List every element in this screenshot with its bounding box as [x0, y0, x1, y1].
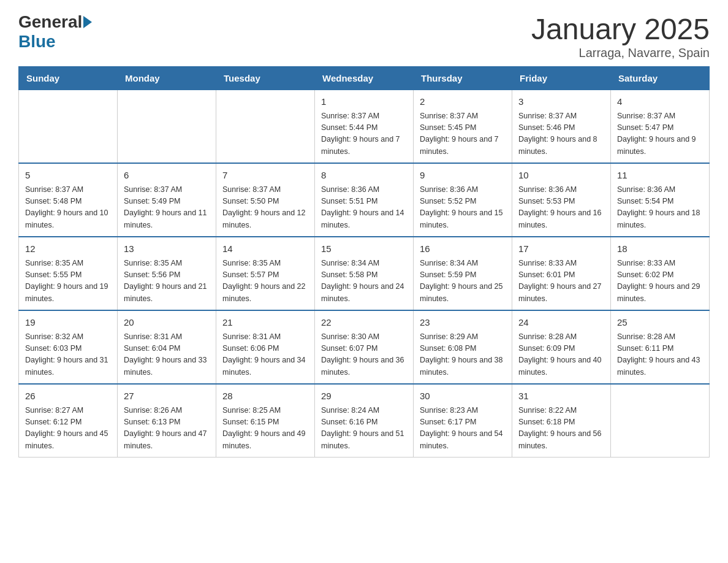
day-info: Sunrise: 8:35 AMSunset: 5:56 PMDaylight:…: [124, 258, 210, 305]
day-info-line: Sunset: 6:18 PM: [518, 418, 575, 426]
day-info-line: Daylight: 9 hours and 38 minutes.: [420, 356, 503, 376]
day-info-line: Daylight: 9 hours and 22 minutes.: [222, 282, 306, 302]
day-info-line: Sunset: 5:54 PM: [617, 197, 673, 205]
day-info-line: Daylight: 9 hours and 21 minutes.: [124, 282, 207, 302]
calendar-cell: 5Sunrise: 8:37 AMSunset: 5:48 PMDaylight…: [19, 163, 118, 237]
calendar-week-row: 5Sunrise: 8:37 AMSunset: 5:48 PMDaylight…: [19, 163, 710, 237]
day-number: 9: [420, 169, 506, 183]
day-info: Sunrise: 8:32 AMSunset: 6:03 PMDaylight:…: [25, 331, 111, 379]
calendar-cell: 31Sunrise: 8:22 AMSunset: 6:18 PMDayligh…: [512, 384, 611, 458]
day-info-line: Sunset: 5:49 PM: [124, 197, 180, 205]
day-info-line: Daylight: 9 hours and 51 minutes.: [321, 429, 404, 450]
day-info-line: Sunset: 6:17 PM: [420, 418, 476, 426]
day-info-line: Sunrise: 8:29 AM: [420, 332, 478, 341]
day-info-line: Daylight: 9 hours and 54 minutes.: [420, 429, 503, 450]
day-info-line: Sunrise: 8:37 AM: [420, 112, 478, 120]
day-number: 21: [222, 316, 308, 330]
logo: General Blue: [18, 12, 93, 52]
calendar-cell: 20Sunrise: 8:31 AMSunset: 6:04 PMDayligh…: [118, 310, 216, 384]
day-number: 30: [420, 389, 506, 404]
day-info-line: Sunrise: 8:37 AM: [518, 112, 577, 120]
month-title: January 2025: [531, 12, 710, 46]
day-number: 17: [518, 242, 604, 256]
day-number: 11: [617, 169, 703, 183]
day-info: Sunrise: 8:28 AMSunset: 6:09 PMDaylight:…: [518, 331, 604, 379]
calendar-cell: 8Sunrise: 8:36 AMSunset: 5:51 PMDaylight…: [315, 163, 414, 237]
page-header: General Blue January 2025 Larraga, Navar…: [18, 12, 710, 60]
day-info-line: Daylight: 9 hours and 8 minutes.: [518, 135, 597, 155]
day-number: 8: [321, 169, 407, 183]
calendar-cell: 29Sunrise: 8:24 AMSunset: 6:16 PMDayligh…: [315, 384, 414, 458]
day-number: 20: [124, 316, 210, 330]
day-number: 4: [617, 95, 703, 109]
calendar-cell: [611, 384, 710, 458]
day-number: 3: [518, 95, 604, 109]
day-info-line: Sunset: 5:48 PM: [25, 197, 82, 205]
day-info-line: Sunset: 5:57 PM: [222, 270, 279, 279]
day-info-line: Sunset: 6:02 PM: [617, 270, 673, 279]
day-info-line: Daylight: 9 hours and 25 minutes.: [420, 282, 503, 302]
calendar-cell: 14Sunrise: 8:35 AMSunset: 5:57 PMDayligh…: [216, 237, 315, 310]
day-number: 28: [222, 389, 308, 404]
day-info-line: Sunset: 6:03 PM: [25, 344, 82, 353]
day-info-line: Sunset: 6:16 PM: [321, 418, 377, 426]
calendar-table: SundayMondayTuesdayWednesdayThursdayFrid…: [18, 66, 710, 458]
calendar-cell: 30Sunrise: 8:23 AMSunset: 6:17 PMDayligh…: [414, 384, 512, 458]
day-info-line: Daylight: 9 hours and 14 minutes.: [321, 209, 404, 229]
calendar-cell: [118, 90, 216, 164]
day-info: Sunrise: 8:36 AMSunset: 5:54 PMDaylight:…: [617, 184, 703, 232]
day-info: Sunrise: 8:36 AMSunset: 5:52 PMDaylight:…: [420, 184, 506, 232]
day-info-line: Sunset: 5:52 PM: [420, 197, 476, 205]
day-info-line: Sunrise: 8:35 AM: [25, 259, 83, 267]
day-info-line: Sunrise: 8:36 AM: [420, 185, 478, 194]
calendar-cell: 22Sunrise: 8:30 AMSunset: 6:07 PMDayligh…: [315, 310, 414, 384]
day-info-line: Sunrise: 8:31 AM: [124, 332, 182, 341]
day-info: Sunrise: 8:30 AMSunset: 6:07 PMDaylight:…: [321, 331, 407, 379]
day-info-line: Sunrise: 8:34 AM: [420, 259, 478, 267]
day-info-line: Sunset: 5:47 PM: [617, 123, 673, 132]
day-info-line: Sunset: 5:56 PM: [124, 270, 180, 279]
day-info: Sunrise: 8:34 AMSunset: 5:58 PMDaylight:…: [321, 258, 407, 305]
day-info-line: Sunset: 5:46 PM: [518, 123, 575, 132]
day-info: Sunrise: 8:37 AMSunset: 5:48 PMDaylight:…: [25, 184, 111, 232]
day-number: 24: [518, 316, 604, 330]
day-info: Sunrise: 8:37 AMSunset: 5:50 PMDaylight:…: [222, 184, 308, 232]
calendar-day-header: Thursday: [414, 67, 512, 90]
calendar-header-row: SundayMondayTuesdayWednesdayThursdayFrid…: [19, 67, 710, 90]
day-info: Sunrise: 8:36 AMSunset: 5:53 PMDaylight:…: [518, 184, 604, 232]
day-number: 26: [25, 389, 111, 404]
calendar-cell: 7Sunrise: 8:37 AMSunset: 5:50 PMDaylight…: [216, 163, 315, 237]
calendar-cell: 25Sunrise: 8:28 AMSunset: 6:11 PMDayligh…: [611, 310, 710, 384]
day-info: Sunrise: 8:37 AMSunset: 5:46 PMDaylight:…: [518, 110, 604, 158]
day-info-line: Daylight: 9 hours and 45 minutes.: [25, 429, 108, 450]
calendar-week-row: 26Sunrise: 8:27 AMSunset: 6:12 PMDayligh…: [19, 384, 710, 458]
day-info: Sunrise: 8:28 AMSunset: 6:11 PMDaylight:…: [617, 331, 703, 379]
day-info-line: Sunrise: 8:28 AM: [518, 332, 577, 341]
day-info-line: Daylight: 9 hours and 40 minutes.: [518, 356, 602, 376]
day-info-line: Sunrise: 8:23 AM: [420, 406, 478, 415]
day-info: Sunrise: 8:37 AMSunset: 5:44 PMDaylight:…: [321, 110, 407, 158]
location-text: Larraga, Navarre, Spain: [531, 46, 710, 60]
day-info-line: Sunrise: 8:28 AM: [617, 332, 675, 341]
day-number: 29: [321, 389, 407, 404]
day-info-line: Daylight: 9 hours and 56 minutes.: [518, 429, 602, 450]
logo-general-text: General: [18, 12, 82, 32]
day-info: Sunrise: 8:25 AMSunset: 6:15 PMDaylight:…: [222, 405, 308, 453]
day-number: 25: [617, 316, 703, 330]
day-number: 12: [25, 242, 111, 256]
calendar-day-header: Saturday: [611, 67, 710, 90]
day-info-line: Sunset: 6:06 PM: [222, 344, 279, 353]
day-info-line: Daylight: 9 hours and 10 minutes.: [25, 209, 108, 229]
day-info-line: Sunrise: 8:33 AM: [617, 259, 675, 267]
calendar-cell: 9Sunrise: 8:36 AMSunset: 5:52 PMDaylight…: [414, 163, 512, 237]
day-info-line: Sunrise: 8:35 AM: [222, 259, 281, 267]
day-info: Sunrise: 8:37 AMSunset: 5:49 PMDaylight:…: [124, 184, 210, 232]
calendar-week-row: 19Sunrise: 8:32 AMSunset: 6:03 PMDayligh…: [19, 310, 710, 384]
day-info-line: Sunrise: 8:37 AM: [321, 112, 379, 120]
calendar-cell: [216, 90, 315, 164]
day-info-line: Sunrise: 8:37 AM: [25, 185, 83, 194]
day-number: 18: [617, 242, 703, 256]
day-info-line: Sunrise: 8:27 AM: [25, 406, 83, 415]
day-info-line: Sunset: 6:12 PM: [25, 418, 82, 426]
day-info-line: Daylight: 9 hours and 49 minutes.: [222, 429, 306, 450]
